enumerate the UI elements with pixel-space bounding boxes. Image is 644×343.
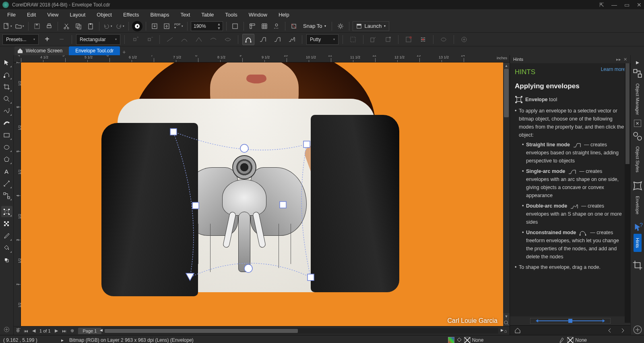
add-page-after-button[interactable]: ⊕ (68, 328, 76, 333)
sampler-button[interactable] (417, 34, 429, 45)
vtab-envelope[interactable]: Envelope (634, 192, 642, 218)
copy-button[interactable] (73, 21, 84, 31)
connector-tool[interactable] (1, 190, 12, 201)
menu-tools[interactable]: Tools (220, 10, 242, 19)
menu-edit[interactable]: Edit (22, 10, 41, 19)
text-tool[interactable]: A (1, 166, 12, 177)
eyedropper-tool[interactable] (1, 230, 12, 241)
artistic-media-tool[interactable] (1, 117, 12, 129)
horizontal-scrollbar[interactable]: ◀▶ (105, 328, 498, 334)
add-docker-icon[interactable] (632, 324, 643, 335)
crop-tool[interactable] (1, 81, 12, 92)
double-arc-mode-button[interactable] (286, 34, 298, 45)
rectangle-tool[interactable] (1, 129, 12, 141)
horizontal-ruler[interactable]: inches 44 1/255 1/266 1/277 1/288 1/299 … (14, 55, 510, 62)
fill-indicator[interactable]: None (448, 337, 484, 343)
docker-home-icon[interactable] (512, 325, 523, 336)
transparency-tool[interactable] (1, 218, 12, 229)
maximize-button[interactable]: ▭ (624, 2, 630, 8)
canvas[interactable]: Carl Louie Garcia (21, 62, 503, 326)
pick-tool[interactable] (1, 57, 12, 68)
last-page-button[interactable]: ⏭ (60, 328, 68, 333)
menu-file[interactable]: File (2, 10, 21, 19)
docker-back-icon[interactable] (605, 325, 615, 336)
undo-button[interactable] (103, 21, 113, 31)
menu-view[interactable]: View (42, 10, 63, 19)
quick-customize-toolbox[interactable] (1, 324, 12, 335)
menu-layout[interactable]: Layout (65, 10, 90, 19)
unconstrained-mode-button[interactable] (242, 34, 254, 45)
save-button[interactable] (32, 21, 42, 31)
search-content-button[interactable] (132, 21, 142, 31)
object-manager-icon[interactable] (632, 68, 643, 79)
minimize-button[interactable]: — (611, 2, 617, 8)
ellipse-tool[interactable] (1, 141, 12, 153)
rulers-button[interactable] (247, 21, 258, 31)
presets-dropdown[interactable]: Presets... (2, 34, 39, 45)
docker-tab-hints[interactable]: Hints (513, 57, 614, 62)
snap-to-dropdown[interactable]: Snap To▾ (301, 23, 328, 29)
shape-tool[interactable] (1, 69, 12, 80)
hints-docker-icon[interactable]: ? (632, 222, 643, 233)
new-button[interactable] (2, 21, 13, 31)
fullscreen-button[interactable] (230, 21, 240, 31)
launch-dropdown[interactable]: Launch▾ (353, 21, 389, 31)
docker-close-icon[interactable]: ✕ (623, 57, 627, 62)
close-docker-icon[interactable]: ✕ (634, 120, 641, 127)
menu-text[interactable]: Text (175, 10, 195, 19)
tab-document[interactable]: Envelope Tool.cdr (69, 46, 120, 55)
smart-fill-tool[interactable] (1, 254, 12, 266)
menu-effects[interactable]: Effects (118, 10, 144, 19)
add-tab-button[interactable]: + (120, 49, 128, 55)
paste-button[interactable] (85, 21, 96, 31)
vtab-hints[interactable]: Hints (634, 234, 642, 252)
cut-button[interactable] (61, 21, 72, 31)
menu-object[interactable]: Object (92, 10, 117, 19)
envelope-tool[interactable] (1, 206, 12, 217)
vtab-object-styles[interactable]: Object Styles (634, 142, 642, 177)
menu-table[interactable]: Table (196, 10, 219, 19)
import-button[interactable] (149, 21, 160, 31)
outline-indicator[interactable]: None (559, 337, 587, 343)
menu-bitmaps[interactable]: Bitmaps (145, 10, 174, 19)
first-page-button[interactable]: ⏮ (22, 328, 30, 333)
vertical-ruler[interactable]: 71/261/251/241/231/221/21 (14, 62, 21, 326)
vtab-object-manager[interactable]: Object Manager (634, 79, 642, 119)
selection-mode-dropdown[interactable]: Rectangular (76, 34, 120, 45)
zoom-tool[interactable] (1, 93, 12, 104)
zoom-level[interactable]: ▲▼ (191, 21, 223, 31)
zoom-input[interactable] (191, 23, 215, 29)
zoom-fit-icon[interactable] (503, 320, 510, 326)
menu-help[interactable]: Help (274, 10, 294, 19)
open-button[interactable] (14, 21, 25, 31)
learn-more-link[interactable]: Learn more (601, 67, 625, 72)
grid-button[interactable] (259, 21, 270, 31)
export-button[interactable] (161, 21, 172, 31)
straight-line-mode-button[interactable] (257, 34, 269, 45)
options-button[interactable] (335, 21, 346, 31)
polygon-tool[interactable] (1, 154, 12, 165)
crop-docker-icon[interactable] (632, 260, 643, 270)
snap-off-button[interactable] (289, 21, 299, 31)
home-icon[interactable] (17, 48, 23, 54)
envelope-docker-icon[interactable] (632, 181, 643, 191)
expand-dockers-icon[interactable]: ▸ (632, 57, 643, 67)
single-arc-mode-button[interactable] (271, 34, 283, 45)
prev-page-button[interactable]: ◀ (30, 328, 38, 333)
guides-button[interactable] (271, 21, 282, 31)
docker-scrollbar[interactable] (625, 63, 630, 323)
object-styles-icon[interactable] (632, 131, 643, 141)
freehand-tool[interactable]: + (1, 105, 12, 116)
parallel-dimension-tool[interactable] (1, 178, 12, 189)
close-button[interactable]: ✕ (637, 2, 642, 8)
docker-expand-icon[interactable]: ▸▸ (616, 57, 621, 62)
share-icon[interactable]: ⇱ (599, 2, 604, 8)
fill-tool[interactable] (1, 242, 12, 254)
vertical-scrollbar[interactable]: ▲ ▼ (503, 62, 510, 326)
add-preset-button[interactable]: + (41, 34, 53, 45)
menu-window[interactable]: Window (244, 10, 272, 19)
redo-button[interactable] (115, 21, 125, 31)
docker-forward-icon[interactable] (617, 325, 628, 336)
next-page-button[interactable]: ▶ (52, 328, 60, 333)
publish-pdf-button[interactable]: PDF▾ (173, 21, 184, 31)
